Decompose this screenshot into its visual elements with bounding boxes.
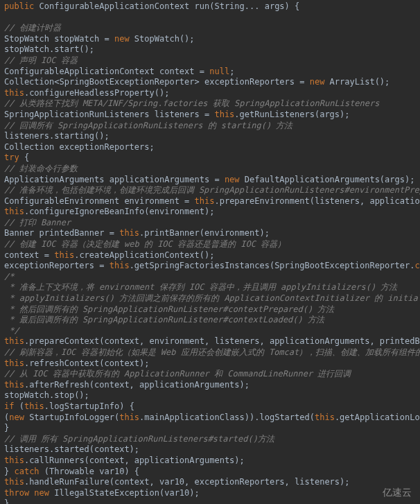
code-token: ( (19, 401, 24, 411)
code-token: SpringApplicationRunListeners listeners … (4, 110, 214, 119)
code-token: .logStartupInfo) { (44, 401, 134, 411)
code-line[interactable]: */ (4, 326, 416, 337)
code-token: { (24, 153, 29, 162)
code-token: .getSpringFactoriesInstances(SpringBootE… (130, 261, 415, 270)
code-line[interactable]: SpringApplicationRunListeners listeners … (4, 110, 416, 121)
code-token: .getRunListeners(args); (234, 110, 349, 119)
code-token: ArrayList(); (330, 77, 390, 87)
code-line[interactable]: /* (4, 272, 416, 283)
code-token: Banner printedBanner = (4, 228, 119, 238)
code-line[interactable]: (new StartupInfoLogger(this.mainApplicat… (4, 412, 416, 424)
code-line[interactable]: ConfigurableEnvironment environment = th… (4, 196, 416, 207)
code-token: * 准备上下文环境，将 environment 保存到 IOC 容器中，并且调用… (4, 282, 397, 292)
code-token: public (4, 1, 40, 11)
code-token: new (9, 412, 29, 422)
code-line[interactable]: // 创建计时器 (4, 23, 416, 34)
code-token: this (315, 412, 335, 422)
code-token: this (4, 380, 24, 390)
code-line[interactable]: Banner printedBanner = this.printBanner(… (4, 228, 416, 239)
code-line[interactable]: this.prepareContext(context, environment… (4, 336, 416, 347)
code-token: ; (229, 67, 234, 76)
code-token: catch (14, 467, 44, 476)
code-line[interactable]: context = this.createApplicationContext(… (4, 250, 416, 261)
code-token: // 打印 Banner (4, 218, 71, 227)
code-line[interactable]: // 从类路径下找到 META/INF/Spring.factories 获取 … (4, 98, 416, 110)
code-line[interactable]: // 封装命令行参数 (4, 164, 416, 175)
code-token: // 创建 IOC 容器（决定创建 web 的 IOC 容器还是普通的 IOC … (4, 239, 286, 249)
code-token: .printBanner(environment); (139, 228, 270, 238)
code-token: null (209, 67, 229, 76)
code-line[interactable]: // 调用 所有 SpringApplicationRunListeners#s… (4, 434, 416, 445)
code-token: context = (4, 250, 54, 260)
code-token: ConfigurableApplicationContext run(Strin… (40, 1, 300, 11)
code-token: stopWatch.stop(); (4, 390, 89, 400)
code-line[interactable]: } catch (Throwable var10) { (4, 467, 416, 478)
code-line[interactable]: this.handleRunFailure(context, var10, ex… (4, 477, 416, 488)
code-token: // 调用 所有 SpringApplicationRunListeners#s… (4, 434, 274, 444)
code-line[interactable] (4, 12, 416, 24)
code-line[interactable]: // 声明 IOC 容器 (4, 55, 416, 67)
code-token: .refreshContext(context); (24, 358, 150, 368)
code-line[interactable]: this.refreshContext(context); (4, 358, 416, 370)
code-line[interactable]: exceptionReporters = this.getSpringFacto… (4, 261, 416, 272)
code-line[interactable]: this.callRunners(context, applicationArg… (4, 455, 416, 467)
code-line[interactable]: this.configureIgnoreBeanInfo(environment… (4, 207, 416, 218)
code-token: * applyInitializers() 方法回调之前保存的所有的 Appli… (4, 293, 420, 303)
code-token: /* (4, 272, 14, 281)
code-line[interactable]: this.configureHeadlessProperty(); (4, 88, 416, 99)
code-line[interactable]: ApplicationArguments applicationArgument… (4, 175, 416, 186)
code-line[interactable]: } (4, 498, 416, 504)
code-token: this (119, 412, 139, 422)
code-editor[interactable]: public ConfigurableApplicationContext ru… (4, 1, 416, 504)
code-token: .prepareContext(context, environment, li… (24, 336, 420, 346)
code-token: exceptionReporters = (4, 261, 110, 270)
code-line[interactable]: ConfigurableApplicationContext context =… (4, 67, 416, 78)
code-line[interactable]: Collection<SpringBootExceptionReporter> … (4, 77, 416, 88)
code-line[interactable]: * 然后回调所有的 SpringApplicationRunListener#c… (4, 304, 416, 315)
code-line[interactable]: listeners.starting(); (4, 131, 416, 142)
code-line[interactable]: // 打印 Banner (4, 218, 416, 229)
code-token: // 回调所有 SpringApplicationRunListeners 的 … (4, 121, 292, 130)
code-line[interactable]: stopWatch.start(); (4, 44, 416, 55)
code-token: new (114, 34, 134, 44)
code-token: .configureHeadlessProperty(); (24, 88, 170, 98)
code-token: .mainApplicationClass)).logStarted( (139, 412, 315, 422)
code-line[interactable]: // 创建 IOC 容器（决定创建 web 的 IOC 容器还是普通的 IOC … (4, 239, 416, 250)
code-line[interactable]: try { (4, 153, 416, 164)
code-line[interactable]: Collection exceptionReporters; (4, 142, 416, 153)
code-line[interactable]: if (this.logStartupInfo) { (4, 401, 416, 412)
code-token: .handleRunFailure(context, var10, except… (24, 477, 350, 487)
code-token: new (225, 175, 245, 184)
code-token: this (195, 196, 215, 206)
code-token: .createApplicationContext(); (74, 250, 214, 260)
code-line[interactable]: // 刷新容器，IOC 容器初始化（如果是 Web 应用还会创建嵌入式的 Tom… (4, 347, 416, 358)
code-token: } (4, 423, 9, 433)
code-line[interactable]: stopWatch.stop(); (4, 390, 416, 401)
code-line[interactable]: this.afterRefresh(context, applicationAr… (4, 380, 416, 391)
code-token: .callRunners(context, applicationArgumen… (24, 455, 245, 465)
code-token: this (4, 358, 24, 368)
code-token: this (4, 88, 24, 98)
code-line[interactable]: // 回调所有 SpringApplicationRunListeners 的 … (4, 121, 416, 132)
code-line[interactable]: // 从 IOC 容器中获取所有的 ApplicationRunner 和 Co… (4, 369, 416, 380)
code-line[interactable]: * 最后回调所有的 SpringApplicationRunListener#c… (4, 315, 416, 326)
code-line[interactable]: StopWatch stopWatch = new StopWatch(); (4, 34, 416, 45)
code-token: throw new (4, 488, 54, 498)
code-token: // 刷新容器，IOC 容器初始化（如果是 Web 应用还会创建嵌入式的 Tom… (4, 347, 420, 357)
code-line[interactable]: // 准备环境，包括创建环境，创建环境完成后回调 SpringApplicati… (4, 185, 416, 196)
code-token: this (214, 110, 234, 119)
code-line[interactable]: public ConfigurableApplicationContext ru… (4, 1, 416, 12)
code-line[interactable]: } (4, 423, 416, 434)
code-line[interactable]: listeners.started(context); (4, 444, 416, 455)
code-token: Collection<SpringBootExceptionReporter> … (4, 77, 310, 87)
code-token: // 封装命令行参数 (4, 164, 78, 173)
code-line[interactable]: * applyInitializers() 方法回调之前保存的所有的 Appli… (4, 293, 416, 304)
code-line[interactable]: * 准备上下文环境，将 environment 保存到 IOC 容器中，并且调用… (4, 282, 416, 293)
code-token: try (4, 153, 24, 162)
code-token: this (4, 455, 24, 465)
code-line[interactable]: throw new IllegalStateException(var10); (4, 488, 416, 499)
code-token: // 声明 IOC 容器 (4, 55, 78, 65)
code-token: ApplicationArguments applicationArgument… (4, 175, 225, 184)
code-token: } (4, 467, 14, 476)
code-token: StopWatch stopWatch = (4, 34, 114, 44)
